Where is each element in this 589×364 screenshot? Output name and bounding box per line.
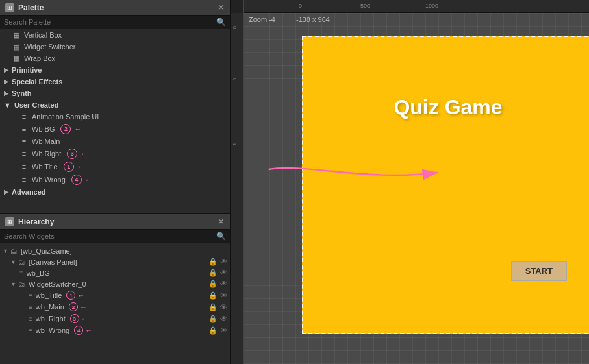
wb-right-h-arrow: ← [81,315,88,322]
wb-bg-icons: 🔒 👁 [208,269,227,277]
palette-item-wb-wrong[interactable]: ≡ Wb Wrong 4 ← [0,173,230,186]
widget-switcher-lock-icon: 🔒 [208,280,218,288]
palette-item-widget-switcher[interactable]: ▦ Widget Switcher [0,41,230,53]
palette-item-animation-sample[interactable]: ≡ Animation Sample UI [0,111,230,123]
palette-category-special-effects[interactable]: ▶ Special Effects [0,76,230,88]
user-created-arrow-icon: ▼ [4,101,11,109]
hierarchy-list: ▼ 🗂 [wb_QuizGame] ▼ 🗂 [Canvas Panel] 🔒 👁 [0,243,230,364]
canvas-panel-arrow: ▼ [10,259,16,265]
vertical-ruler: 0 5 1 [231,13,244,364]
widget-switcher-folder-icon: 🗂 [18,280,25,288]
wb-main-icon: ≡ [19,137,29,146]
canvas-body: 0 5 1 Zoom -4 -138 x 964 Quiz Game [231,13,589,364]
canvas-widget[interactable]: Quiz Game START [302,36,589,334]
hierarchy-search-icon: 🔍 [216,232,226,241]
wrap-box-icon: ▦ [12,54,21,63]
wb-main-h-annotation: 2 [69,302,78,311]
hierarchy-item-canvas-panel[interactable]: ▼ 🗂 [Canvas Panel] 🔒 👁 [0,256,230,267]
canvas-viewport[interactable]: Zoom -4 -138 x 964 Quiz Game START [244,13,589,364]
start-button[interactable]: START [511,261,567,281]
palette-item-wb-bg[interactable]: ≡ Wb BG 2 ← [0,123,230,136]
wb-quiz-game-arrow: ▼ [3,248,8,254]
palette-icon: ⊞ [5,3,14,12]
advanced-arrow-icon: ▶ [4,189,8,195]
palette-title: Palette [18,3,214,12]
wb-title-annotation: 1 [64,162,74,172]
wb-title-icon: ≡ [19,162,29,171]
vertical-box-icon: ▦ [12,30,21,40]
wb-wrong-arrow: ← [85,176,92,184]
hierarchy-item-widget-switcher[interactable]: ▼ 🗂 WidgetSwitcher_0 🔒 👁 [0,278,230,289]
coords-label: -138 x 964 [296,16,330,23]
hierarchy-item-wb-main[interactable]: ≡ wb_Main 2 ← 🔒 👁 [0,301,230,313]
hierarchy-title: Hierarchy [18,217,214,226]
ruler-corner [231,0,244,13]
wb-wrong-h-annotation: 4 [74,326,83,335]
hierarchy-item-wb-quiz-game[interactable]: ▼ 🗂 [wb_QuizGame] [0,246,230,256]
hierarchy-search-input[interactable] [4,232,216,240]
wb-main-eye-icon: 👁 [220,303,227,311]
hierarchy-section: ⊞ Hierarchy ✕ 🔍 ▼ 🗂 [wb_QuizGame] ▼ 🗂 [0,214,230,364]
primitive-arrow-icon: ▶ [4,67,8,73]
widget-switcher-icon: ▦ [12,42,21,51]
wb-main-h-arrow: ← [80,303,87,311]
wb-wrong-icons: 🔒 👁 [208,326,227,335]
palette-item-wb-main[interactable]: ≡ Wb Main [0,136,230,147]
palette-category-primitive[interactable]: ▶ Primitive [0,64,230,76]
palette-search-bar: 🔍 [0,16,230,29]
wb-right-arrow: ← [81,150,88,158]
ruler-mark-1000: 1000 [425,3,438,9]
wb-title-lock-icon: 🔒 [208,291,218,300]
ruler-mark-v-5: 5 [232,78,238,80]
palette-search-input[interactable] [4,18,216,26]
wb-quiz-game-folder-icon: 🗂 [10,247,18,255]
hierarchy-icon: ⊞ [5,217,14,226]
canvas-panel-eye-icon: 👁 [220,258,227,266]
palette-item-wb-right[interactable]: ≡ Wb Right 3 ← [0,147,230,160]
wb-bg-eye-icon: 👁 [220,269,227,277]
ruler-mark-v-0: 0 [232,26,238,29]
zoom-label: Zoom -4 [249,16,275,23]
ruler-mark-v-10: 1 [232,143,238,145]
widget-switcher-eye-icon: 👁 [220,280,227,288]
wb-title-folder-icon: ≡ [29,292,32,299]
wb-bg-lock-icon: 🔒 [208,269,218,277]
left-sidebar: ⊞ Palette ✕ 🔍 ▦ Vertical Box ▦ Widget Sw… [0,0,231,364]
wb-right-folder-icon: ≡ [29,315,32,322]
widget-switcher-expand-arrow: ▼ [10,281,16,287]
wb-wrong-folder-icon: ≡ [29,327,32,334]
canvas-area: 0 500 1000 0 5 1 Zoom -4 -138 x 964 [231,0,589,364]
palette-header: ⊞ Palette ✕ [0,0,230,16]
wb-title-arrow: ← [77,163,84,171]
hierarchy-item-wb-title[interactable]: ≡ wb_Title 1 ← 🔒 👁 [0,289,230,301]
wb-bg-arrow: ← [74,125,81,133]
quiz-game-title: Quiz Game [394,95,502,119]
hierarchy-close-button[interactable]: ✕ [218,217,225,226]
widget-switcher-icons: 🔒 👁 [208,280,227,288]
wb-main-lock-icon: 🔒 [208,303,218,311]
palette-item-wrap-box[interactable]: ▦ Wrap Box [0,53,230,64]
wb-wrong-icon: ≡ [19,175,29,184]
wb-main-icons: 🔒 👁 [208,303,227,311]
hierarchy-item-wb-right[interactable]: ≡ wb_Right 3 ← 🔒 👁 [0,313,230,324]
ruler-mark-0: 0 [299,3,302,9]
palette-close-button[interactable]: ✕ [218,3,225,12]
wb-wrong-eye-icon: 👁 [220,326,227,335]
wb-bg-annotation: 2 [60,124,71,134]
palette-item-vertical-box[interactable]: ▦ Vertical Box [0,29,230,41]
palette-category-advanced[interactable]: ▶ Advanced [0,186,230,198]
palette-item-wb-title[interactable]: ≡ Wb Title 1 ← [0,160,230,173]
wb-right-icon: ≡ [19,149,29,158]
hierarchy-search-bar: 🔍 [0,230,230,243]
palette-list: ▦ Vertical Box ▦ Widget Switcher ▦ Wrap … [0,29,230,213]
hierarchy-item-wb-wrong[interactable]: ≡ wb_Wrong 4 ← 🔒 👁 [0,324,230,336]
palette-category-synth[interactable]: ▶ Synth [0,88,230,99]
wb-title-icons: 🔒 👁 [208,291,227,300]
palette-category-user-created[interactable]: ▼ User Created [0,99,230,111]
animation-sample-icon: ≡ [19,112,29,121]
hierarchy-item-wb-bg[interactable]: ≡ wb_BG 🔒 👁 [0,267,230,278]
wb-wrong-lock-icon: 🔒 [208,326,218,335]
wb-right-annotation: 3 [67,149,77,159]
wb-right-icons: 🔒 👁 [208,315,227,323]
wb-right-h-annotation: 3 [70,314,79,323]
